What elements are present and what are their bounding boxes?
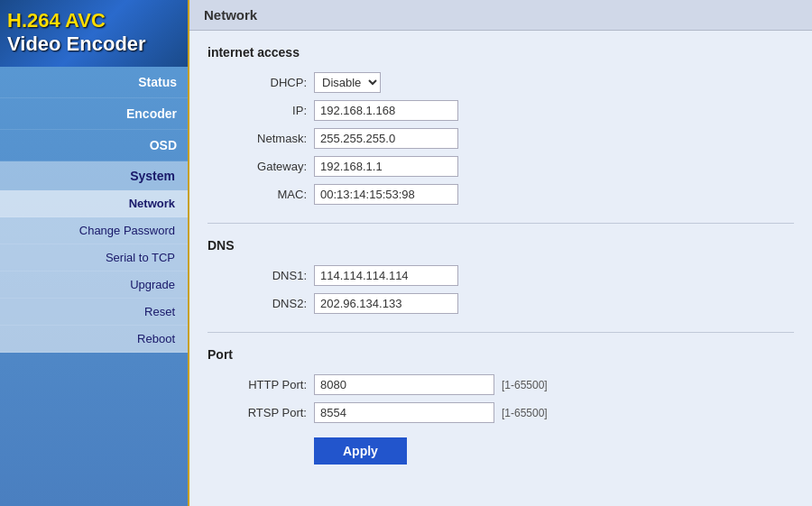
sidebar-item-serial-to-tcp[interactable]: Serial to TCP — [0, 244, 188, 271]
sidebar-item-reboot[interactable]: Reboot — [0, 326, 188, 353]
dns2-row: DNS2: — [208, 293, 794, 314]
sidebar-item-status[interactable]: Status — [0, 67, 188, 98]
dns2-input[interactable] — [314, 293, 458, 314]
content-area: internet access DHCP: Disable Enable IP:… — [189, 31, 812, 506]
logo-line1: H.264 AVC — [7, 9, 180, 32]
http-port-label: HTTP Port: — [208, 378, 307, 391]
gateway-label: Gateway: — [208, 160, 307, 173]
divider-2 — [208, 332, 794, 333]
dhcp-row: DHCP: Disable Enable — [208, 72, 794, 93]
http-port-input[interactable] — [314, 374, 494, 395]
mac-label: MAC: — [208, 188, 307, 201]
http-port-row: HTTP Port: [1-65500] — [208, 374, 794, 395]
page-title: Network — [189, 0, 812, 31]
internet-access-title: internet access — [208, 45, 794, 60]
sidebar-section-system: System — [0, 161, 188, 190]
http-port-hint: [1-65500] — [502, 379, 548, 391]
dhcp-label: DHCP: — [208, 76, 307, 89]
gateway-row: Gateway: — [208, 156, 794, 177]
logo-line2: Video Encoder — [7, 32, 180, 56]
rtsp-port-label: RTSP Port: — [208, 406, 307, 419]
dns-title: DNS — [208, 238, 794, 253]
sidebar-item-network[interactable]: Network — [0, 190, 188, 217]
sidebar-item-change-password[interactable]: Change Password — [0, 217, 188, 244]
dns1-row: DNS1: — [208, 265, 794, 286]
netmask-label: Netmask: — [208, 132, 307, 145]
mac-input[interactable] — [314, 184, 458, 205]
mac-row: MAC: — [208, 184, 794, 205]
sidebar-item-encoder[interactable]: Encoder — [0, 98, 188, 130]
main-content: Network internet access DHCP: Disable En… — [189, 0, 812, 506]
apply-row: Apply — [208, 430, 794, 465]
ip-label: IP: — [208, 104, 307, 117]
rtsp-port-row: RTSP Port: [1-65500] — [208, 402, 794, 423]
rtsp-port-hint: [1-65500] — [502, 407, 548, 419]
logo: H.264 AVC Video Encoder — [0, 0, 188, 67]
rtsp-port-input[interactable] — [314, 402, 494, 423]
apply-button[interactable]: Apply — [314, 437, 407, 465]
dns1-label: DNS1: — [208, 269, 307, 282]
gateway-input[interactable] — [314, 156, 458, 177]
port-section: Port HTTP Port: [1-65500] RTSP Port: [1-… — [208, 347, 794, 465]
divider-1 — [208, 223, 794, 224]
dhcp-select[interactable]: Disable Enable — [314, 72, 381, 93]
sidebar-item-upgrade[interactable]: Upgrade — [0, 271, 188, 299]
sidebar-item-reset[interactable]: Reset — [0, 299, 188, 326]
sidebar-item-osd[interactable]: OSD — [0, 130, 188, 161]
dns1-input[interactable] — [314, 265, 458, 286]
ip-row: IP: — [208, 100, 794, 121]
port-title: Port — [208, 347, 794, 362]
netmask-input[interactable] — [314, 128, 458, 149]
ip-input[interactable] — [314, 100, 458, 121]
sidebar: H.264 AVC Video Encoder Status Encoder O… — [0, 0, 189, 506]
dns-section: DNS DNS1: DNS2: — [208, 238, 794, 314]
netmask-row: Netmask: — [208, 128, 794, 149]
internet-access-section: internet access DHCP: Disable Enable IP:… — [208, 45, 794, 205]
dns2-label: DNS2: — [208, 297, 307, 310]
